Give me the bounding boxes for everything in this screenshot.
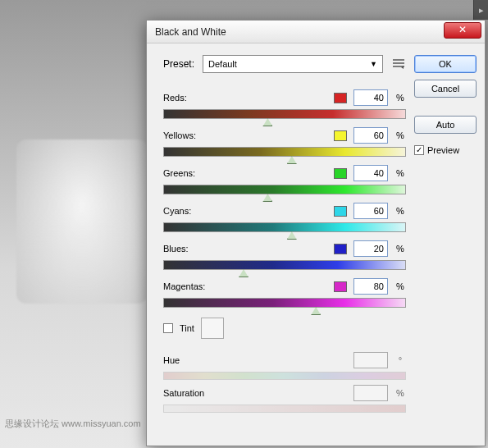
color-swatch [334, 93, 347, 103]
slider-label: Cyans: [163, 206, 222, 216]
slider-value-input[interactable]: 20 [353, 240, 388, 257]
color-swatch [334, 130, 347, 141]
slider-label: Blues: [163, 244, 222, 254]
dialog-title: Black and White [155, 26, 226, 38]
slider-track[interactable] [163, 147, 406, 157]
slider-value-input[interactable]: 60 [353, 203, 388, 219]
tint-color-swatch[interactable] [201, 318, 224, 339]
dialog-titlebar[interactable]: Black and White [147, 21, 485, 43]
percent-label: % [395, 206, 406, 216]
preset-value: Default [208, 59, 237, 69]
color-swatch [334, 281, 347, 292]
hue-slider-track [163, 372, 406, 380]
saturation-slider-track [163, 405, 406, 413]
ok-button[interactable]: OK [414, 55, 477, 73]
saturation-value-input [353, 385, 388, 401]
saturation-label: Saturation [163, 388, 347, 398]
slider-track[interactable] [163, 222, 406, 232]
hue-value-input [353, 352, 388, 368]
slider-track[interactable] [163, 185, 406, 194]
preview-checkbox[interactable]: ✓ [414, 145, 424, 155]
saturation-unit: % [395, 388, 406, 398]
slider-value-input[interactable]: 40 [353, 89, 388, 106]
black-and-white-dialog: Black and White Preset: Default ▼ Reds:4… [146, 20, 486, 446]
preset-label: Preset: [163, 58, 194, 70]
slider-track[interactable] [163, 298, 406, 308]
slider-thumb[interactable] [311, 307, 321, 315]
color-swatch [334, 168, 347, 179]
slider-row: Reds:40% [163, 89, 406, 119]
percent-label: % [395, 168, 406, 178]
percent-label: % [395, 244, 406, 254]
chevron-down-icon: ▼ [370, 60, 377, 68]
watermark-text: 思缘设计论坛 www.missyuan.com [5, 418, 141, 430]
slider-label: Magentas: [163, 281, 222, 291]
slider-thumb[interactable] [287, 231, 297, 240]
slider-thumb[interactable] [262, 118, 272, 126]
slider-label: Reds: [163, 93, 222, 103]
slider-track[interactable] [163, 109, 406, 119]
cancel-button[interactable]: Cancel [414, 80, 477, 98]
color-swatch [334, 206, 347, 217]
slider-value-input[interactable]: 80 [353, 278, 388, 295]
panel-menu-icon[interactable]: ▸ [473, 0, 488, 20]
tint-label: Tint [180, 323, 194, 333]
slider-value-input[interactable]: 40 [353, 165, 388, 181]
close-button[interactable] [444, 22, 481, 39]
auto-button[interactable]: Auto [414, 116, 477, 134]
slider-row: Blues:20% [163, 240, 406, 270]
color-swatch [334, 244, 347, 254]
preset-select[interactable]: Default ▼ [203, 55, 383, 73]
percent-label: % [395, 281, 406, 291]
hue-label: Hue [163, 355, 347, 365]
slider-thumb[interactable] [239, 269, 249, 277]
tint-checkbox[interactable] [163, 323, 173, 333]
slider-row: Cyans:60% [163, 203, 406, 232]
preset-menu-icon[interactable] [391, 57, 406, 71]
percent-label: % [395, 93, 406, 103]
slider-label: Yellows: [163, 130, 222, 140]
percent-label: % [395, 130, 406, 140]
hue-unit: ° [395, 355, 406, 365]
preview-label: Preview [427, 145, 459, 155]
slider-track[interactable] [163, 260, 406, 270]
slider-row: Magentas:80% [163, 278, 406, 308]
slider-thumb[interactable] [287, 156, 297, 164]
slider-thumb[interactable] [262, 194, 272, 202]
slider-label: Greens: [163, 168, 222, 178]
slider-value-input[interactable]: 60 [353, 127, 388, 144]
ice-cube-graphic [16, 139, 148, 304]
slider-row: Greens:40% [163, 165, 406, 194]
slider-row: Yellows:60% [163, 127, 406, 157]
